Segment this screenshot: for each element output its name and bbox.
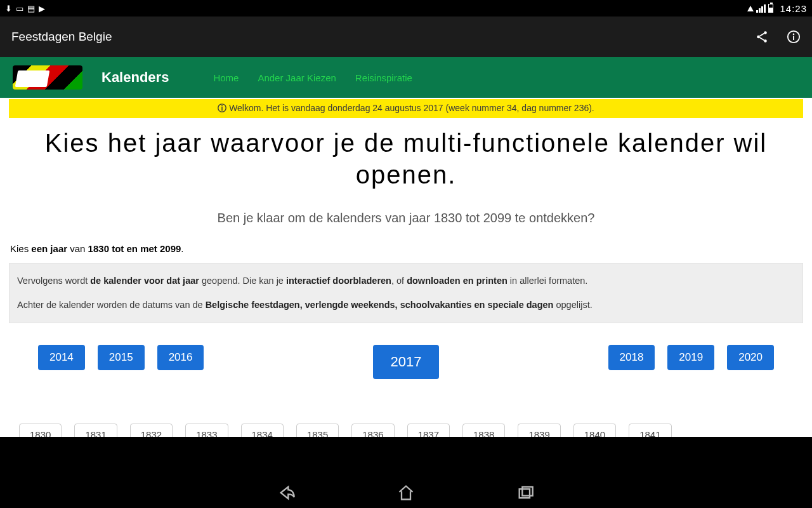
page-headline: Kies het jaar waarvoor je de multi-funct… xyxy=(0,118,812,194)
year-button[interactable]: 1830 xyxy=(19,424,62,437)
android-status-bar: ⬇ ▭ ▤ ▶ 14:23 xyxy=(0,0,812,17)
app-action-bar: Feestdagen Belgie xyxy=(0,17,812,57)
year-button[interactable]: 1841 xyxy=(629,424,671,437)
site-logo[interactable] xyxy=(13,65,82,90)
play-icon: ▶ xyxy=(39,4,45,13)
info-box: Vervolgens wordt de kalender voor dat ja… xyxy=(9,263,803,323)
svg-line-4 xyxy=(759,37,764,41)
featured-years-row: 2014 2015 2016 2017 2018 2019 2020 xyxy=(0,328,812,385)
welcome-banner: ⓘ Welkom. Het is vandaag donderdag 24 au… xyxy=(9,99,803,118)
nav-home[interactable]: Home xyxy=(213,72,239,83)
app-title: Feestdagen Belgie xyxy=(11,30,112,44)
svg-rect-7 xyxy=(793,36,794,40)
year-button[interactable]: 1836 xyxy=(351,424,394,437)
home-icon[interactable] xyxy=(397,484,415,502)
site-brand: Kalenders xyxy=(102,69,169,86)
android-nav-bar xyxy=(0,478,812,508)
year-button-2018[interactable]: 2018 xyxy=(608,345,655,370)
welcome-text: Welkom. Het is vandaag donderdag 24 augu… xyxy=(229,103,594,113)
webview-content: Kalenders Home Ander Jaar Kiezen Reisins… xyxy=(0,57,812,437)
year-button[interactable]: 1840 xyxy=(573,424,616,437)
year-button-2020[interactable]: 2020 xyxy=(727,345,774,370)
svg-rect-8 xyxy=(520,489,530,498)
info-icon[interactable] xyxy=(787,30,801,44)
all-years-row: 1830 1831 1832 1833 1834 1835 1836 1837 … xyxy=(0,385,812,437)
nav-ander-jaar[interactable]: Ander Jaar Kiezen xyxy=(258,72,336,83)
year-button[interactable]: 1831 xyxy=(74,424,117,437)
year-button-2017-current[interactable]: 2017 xyxy=(373,345,440,379)
page-subhead: Ben je klaar om de kalenders van jaar 18… xyxy=(0,194,812,237)
svg-point-6 xyxy=(793,34,795,36)
year-button-2015[interactable]: 2015 xyxy=(98,345,145,370)
year-button[interactable]: 1838 xyxy=(462,424,505,437)
wifi-icon xyxy=(747,6,754,11)
image-icon: ▭ xyxy=(16,4,23,13)
doc-cancel-icon: ▤ xyxy=(27,4,35,13)
year-button-2019[interactable]: 2019 xyxy=(667,345,714,370)
back-icon[interactable] xyxy=(278,484,296,502)
svg-rect-9 xyxy=(522,487,532,496)
year-button[interactable]: 1833 xyxy=(185,424,228,437)
site-nav: Kalenders Home Ander Jaar Kiezen Reisins… xyxy=(0,57,812,98)
download-icon: ⬇ xyxy=(5,4,12,13)
recents-icon[interactable] xyxy=(516,484,534,502)
info-glyph-icon: ⓘ xyxy=(218,103,226,113)
svg-line-3 xyxy=(759,34,764,37)
year-button-2016[interactable]: 2016 xyxy=(157,345,204,370)
instruction-line: Kies een jaar van 1830 tot en met 2099. xyxy=(0,237,812,258)
year-button[interactable]: 1837 xyxy=(407,424,450,437)
year-button[interactable]: 1835 xyxy=(296,424,339,437)
year-button[interactable]: 1834 xyxy=(241,424,284,437)
year-button-2014[interactable]: 2014 xyxy=(38,345,85,370)
share-icon[interactable] xyxy=(755,30,769,44)
nav-reisinspiratie[interactable]: Reisinspiratie xyxy=(355,72,412,83)
signal-icon xyxy=(756,4,766,13)
clock-text: 14:23 xyxy=(780,3,807,14)
year-button[interactable]: 1839 xyxy=(518,424,560,437)
year-button[interactable]: 1832 xyxy=(130,424,173,437)
battery-icon xyxy=(768,4,773,13)
